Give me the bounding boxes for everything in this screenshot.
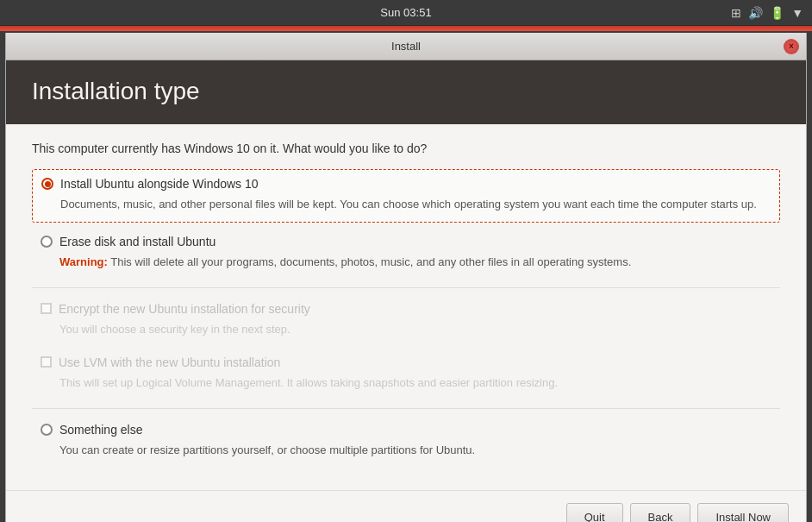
- radio-something-else[interactable]: [41, 424, 53, 436]
- option-encrypt-desc: You will choose a security key in the ne…: [59, 321, 770, 338]
- topbar-icons: ⊞ 🔊 🔋 ▼: [731, 6, 803, 20]
- back-button[interactable]: Back: [630, 503, 691, 523]
- divider-2: [32, 408, 780, 409]
- topbar: Sun 03:51 ⊞ 🔊 🔋 ▼: [0, 0, 812, 26]
- option-install-alongside-desc: Documents, music, and other personal fil…: [60, 196, 769, 213]
- option-erase-disk-label: Erase disk and install Ubuntu: [59, 235, 215, 248]
- warning-label: Warning:: [59, 255, 108, 268]
- topbar-time: Sun 03:51: [380, 6, 431, 19]
- window-title: Install: [391, 40, 421, 53]
- option-something-else-desc: You can create or resize partitions your…: [59, 442, 770, 459]
- option-lvm-desc: This will set up Logical Volume Manageme…: [59, 374, 770, 392]
- divider-1: [32, 287, 780, 288]
- install-now-button[interactable]: Install Now: [697, 503, 789, 523]
- radio-install-alongside[interactable]: [41, 178, 53, 190]
- option-install-alongside-label: Install Ubuntu alongside Windows 10: [60, 177, 259, 191]
- page-title-area: Installation type: [6, 60, 806, 124]
- question-text: This computer currently has Windows 10 o…: [32, 142, 780, 155]
- option-encrypt-label: Encrypt the new Ubuntu installation for …: [59, 302, 310, 316]
- arrow-down-icon[interactable]: ▼: [791, 6, 803, 20]
- option-erase-disk[interactable]: Erase disk and install Ubuntu Warning: T…: [32, 231, 780, 278]
- content-area: This computer currently has Windows 10 o…: [6, 124, 806, 490]
- option-encrypt: Encrypt the new Ubuntu installation for …: [32, 299, 780, 345]
- option-lvm: Use LVM with the new Ubuntu installation…: [32, 352, 780, 399]
- checkbox-encrypt[interactable]: [41, 303, 52, 314]
- network-icon[interactable]: ⊞: [731, 6, 741, 20]
- button-row: Quit Back Install Now: [6, 490, 806, 523]
- option-something-else-label: Something else: [59, 423, 143, 437]
- option-something-else[interactable]: Something else You can create or resize …: [32, 419, 780, 466]
- volume-icon[interactable]: 🔊: [748, 6, 763, 20]
- checkbox-lvm[interactable]: [41, 356, 52, 368]
- option-erase-disk-desc-text: This will delete all your programs, docu…: [108, 255, 631, 268]
- page-title: Installation type: [32, 78, 780, 105]
- quit-button[interactable]: Quit: [566, 503, 623, 523]
- install-window: Install × Installation type This compute…: [5, 33, 807, 522]
- close-button[interactable]: ×: [784, 39, 799, 54]
- option-lvm-label: Use LVM with the new Ubuntu installation: [59, 355, 280, 369]
- radio-erase-disk[interactable]: [41, 236, 53, 248]
- option-install-alongside[interactable]: Install Ubuntu alongside Windows 10 Docu…: [32, 169, 780, 223]
- option-erase-disk-desc: Warning: This will delete all your progr…: [59, 254, 770, 271]
- battery-icon[interactable]: 🔋: [770, 6, 784, 20]
- window-titlebar: Install ×: [6, 33, 806, 60]
